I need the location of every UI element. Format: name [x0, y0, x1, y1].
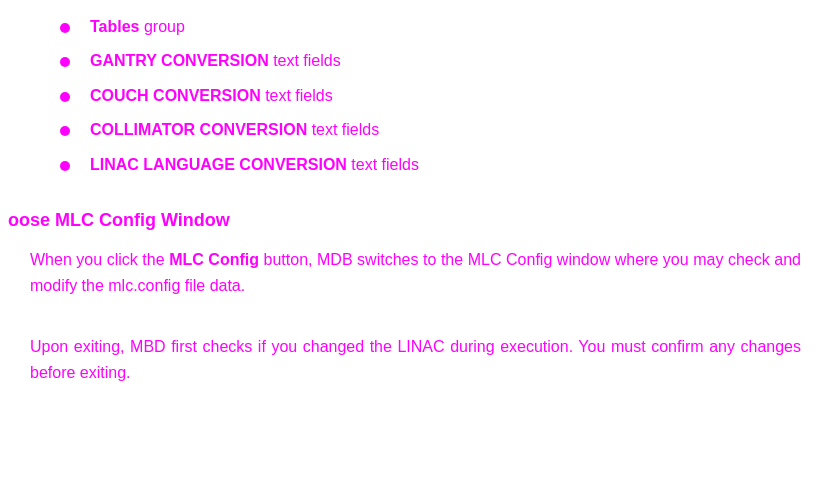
rest-gantry: text fields	[269, 52, 341, 69]
list-item-couch: COUCH CONVERSION text fields	[0, 79, 821, 113]
label-couch: COUCH CONVERSION	[90, 87, 261, 104]
list-item-tables: Tables group	[0, 10, 821, 44]
bullet-dot-couch	[60, 92, 70, 102]
label-collimator: COLLIMATOR CONVERSION	[90, 121, 307, 138]
rest-linac: text fields	[347, 156, 419, 173]
bullet-dot-collimator	[60, 126, 70, 136]
list-item-collimator: COLLIMATOR CONVERSION text fields	[0, 113, 821, 147]
label-gantry: GANTRY CONVERSION	[90, 52, 269, 69]
list-item-gantry: GANTRY CONVERSION text fields	[0, 44, 821, 78]
paragraph-2: Upon exiting, MBD first checks if you ch…	[30, 334, 801, 385]
bullet-text-couch: COUCH CONVERSION text fields	[90, 85, 333, 107]
paragraph-mlc-config: When you click the MLC Config button, MD…	[0, 243, 821, 310]
label-linac: LINAC LANGUAGE CONVERSION	[90, 156, 347, 173]
paragraph-1: When you click the MLC Config button, MD…	[30, 247, 801, 298]
list-item-linac: LINAC LANGUAGE CONVERSION text fields	[0, 148, 821, 182]
paragraph-exiting: Upon exiting, MBD first checks if you ch…	[0, 330, 821, 397]
bullet-text-tables: Tables group	[90, 16, 185, 38]
bullet-dot	[60, 23, 70, 33]
bullet-text-collimator: COLLIMATOR CONVERSION text fields	[90, 119, 379, 141]
bullet-text-gantry: GANTRY CONVERSION text fields	[90, 50, 341, 72]
bullet-dot-gantry	[60, 57, 70, 67]
mlc-config-label: MLC Config	[169, 251, 259, 268]
rest-collimator: text fields	[307, 121, 379, 138]
rest-tables: group	[140, 18, 185, 35]
bullet-dot-linac	[60, 161, 70, 171]
section-heading: oose MLC Config Window	[0, 202, 821, 243]
rest-couch: text fields	[261, 87, 333, 104]
spacer	[0, 310, 821, 330]
page-container: Tables group GANTRY CONVERSION text fiel…	[0, 0, 821, 503]
label-tables: Tables	[90, 18, 140, 35]
bullet-list: Tables group GANTRY CONVERSION text fiel…	[0, 10, 821, 182]
bullet-text-linac: LINAC LANGUAGE CONVERSION text fields	[90, 154, 419, 176]
